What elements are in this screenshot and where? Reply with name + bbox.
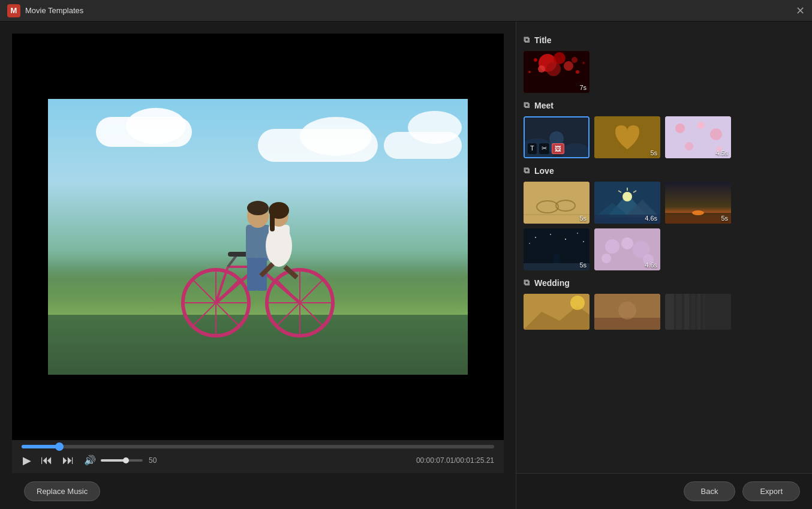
svg-rect-98 xyxy=(684,294,689,330)
svg-point-78 xyxy=(529,243,530,244)
meet-section-header: ⧉ Meet xyxy=(524,100,805,110)
svg-point-51 xyxy=(710,128,722,140)
volume-thumb xyxy=(123,457,129,463)
svg-rect-100 xyxy=(697,294,700,330)
svg-point-37 xyxy=(572,57,578,63)
bottom-bar: Replace Music xyxy=(12,473,504,509)
wed-thumb-3-bg xyxy=(665,294,731,330)
svg-point-94 xyxy=(618,302,636,320)
meet-thumb-2[interactable]: 5s xyxy=(594,116,660,158)
love-thumb-5[interactable]: 4.6s xyxy=(594,228,660,270)
love-thumb-3-duration: 5s xyxy=(721,215,728,222)
love-thumb-4-bg: 5s xyxy=(524,228,590,270)
title-thumb-duration: 7s xyxy=(579,84,587,91)
progress-fill xyxy=(22,445,59,448)
title-section-label: Title xyxy=(534,35,552,45)
wedding-section-header: ⧉ Wedding xyxy=(524,278,805,288)
love-thumb-1-bg: 5s xyxy=(524,182,590,224)
window-title: Movie Templates xyxy=(25,6,83,15)
controls-bar: ▶ ⏮ ⏭ 🔊 50 00:00:07.01/00:01:25.21 xyxy=(12,440,504,473)
love-thumb-5-bg: 4.6s xyxy=(594,228,660,270)
svg-point-75 xyxy=(550,234,551,235)
text-tool-icon: T xyxy=(528,143,537,154)
cloud-4 xyxy=(300,117,372,156)
cloud-2 xyxy=(126,108,186,144)
svg-rect-97 xyxy=(676,294,682,330)
step-forward-button[interactable]: ⏭ xyxy=(61,452,76,468)
love-copy-icon: ⧉ xyxy=(524,165,530,176)
meet-section-label: Meet xyxy=(534,101,554,110)
progress-thumb xyxy=(55,442,64,451)
image-tool-icon: 🖼 xyxy=(552,143,564,154)
action-bar: Back Export xyxy=(516,473,812,509)
love-thumb-4[interactable]: 5s xyxy=(524,228,590,270)
meet-thumb-3[interactable]: 4.5s xyxy=(665,116,731,158)
meet-thumb-3-bg: 4.5s xyxy=(665,116,731,158)
svg-point-87 xyxy=(602,254,611,263)
meet-copy-icon: ⧉ xyxy=(524,100,530,110)
svg-rect-101 xyxy=(703,294,705,330)
svg-point-38 xyxy=(546,62,561,76)
trim-tool-icon: ✂ xyxy=(539,143,549,154)
svg-rect-96 xyxy=(665,294,674,330)
title-thumb-1[interactable]: 7s xyxy=(524,51,590,93)
svg-point-36 xyxy=(538,65,545,73)
love-thumb-1[interactable]: 5s xyxy=(524,182,590,224)
svg-point-40 xyxy=(576,70,579,74)
love-thumb-3-bg: 5s xyxy=(665,182,731,224)
svg-point-85 xyxy=(621,237,633,249)
svg-point-77 xyxy=(577,233,578,234)
svg-point-42 xyxy=(528,71,531,73)
love-thumb-1-duration: 5s xyxy=(579,215,587,222)
title-bar: M Movie Templates ✕ xyxy=(0,0,812,22)
back-button[interactable]: Back xyxy=(684,481,736,501)
wed-thumb-1-bg xyxy=(524,294,590,330)
svg-point-39 xyxy=(534,58,537,62)
cloud-6 xyxy=(408,111,462,144)
svg-rect-20 xyxy=(247,258,257,291)
love-section-label: Love xyxy=(534,166,554,176)
wed-thumb-1[interactable] xyxy=(524,294,590,330)
meet-thumb-1-bg: T ✂ 🖼 xyxy=(525,118,588,157)
meet-thumb-1[interactable]: T ✂ 🖼 xyxy=(524,116,590,158)
couple-svg xyxy=(168,189,348,339)
svg-rect-18 xyxy=(228,252,249,257)
app-logo: M xyxy=(7,4,20,17)
volume-bar[interactable] xyxy=(101,459,143,462)
export-button[interactable]: Export xyxy=(742,481,800,501)
meet-thumb-2-bg: 5s xyxy=(594,116,660,158)
wed-thumb-2-bg xyxy=(594,294,660,330)
video-image xyxy=(48,99,468,375)
love-thumb-2[interactable]: 4.6s xyxy=(594,182,660,224)
action-bar-spacer xyxy=(524,335,805,377)
svg-point-53 xyxy=(685,142,693,150)
svg-point-74 xyxy=(535,237,536,238)
wed-thumb-2[interactable] xyxy=(594,294,660,330)
video-frame xyxy=(48,99,468,375)
title-section-header: ⧉ Title xyxy=(524,35,805,45)
right-panel[interactable]: ⧉ Title xyxy=(516,22,812,509)
wed-thumb-2-svg xyxy=(594,294,660,330)
replace-music-button[interactable]: Replace Music xyxy=(24,481,100,501)
meet-thumb-3-duration: 4.5s xyxy=(715,149,728,156)
progress-bar[interactable] xyxy=(22,445,494,448)
step-back-button[interactable]: ⏮ xyxy=(40,452,54,468)
time-display: 00:00:07.01/00:01:25.21 xyxy=(416,456,494,465)
love-thumbnails-row1: 5s xyxy=(524,182,805,224)
play-button[interactable]: ▶ xyxy=(22,453,32,468)
love-thumb-3[interactable]: 5s xyxy=(665,182,731,224)
close-button[interactable]: ✕ xyxy=(796,5,805,16)
section-copy-icon: ⧉ xyxy=(524,35,530,45)
love-thumb-4-duration: 5s xyxy=(579,261,587,269)
svg-point-84 xyxy=(605,239,619,254)
volume-button[interactable]: 🔊 xyxy=(83,453,97,467)
meet-thumbnails: T ✂ 🖼 5s xyxy=(524,116,805,158)
wed-thumb-3[interactable] xyxy=(665,294,731,330)
svg-rect-29 xyxy=(270,210,275,231)
video-area xyxy=(12,34,504,440)
controls-row: ▶ ⏮ ⏭ 🔊 50 00:00:07.01/00:01:25.21 xyxy=(22,452,494,468)
love-thumbnails-row2: 5s 4.6s xyxy=(524,228,805,270)
svg-point-91 xyxy=(570,296,585,310)
love-section-header: ⧉ Love xyxy=(524,165,805,176)
volume-control: 🔊 50 xyxy=(83,453,157,467)
